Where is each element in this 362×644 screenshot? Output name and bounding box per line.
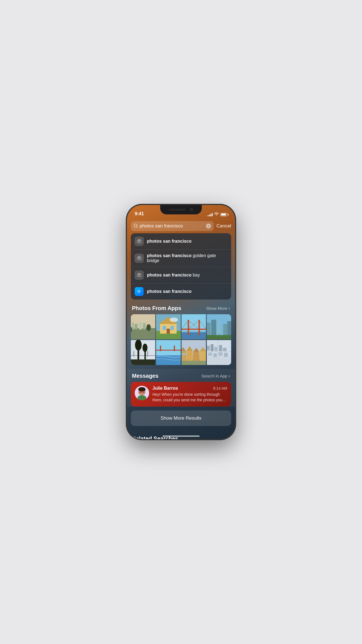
photo-2[interactable] bbox=[156, 314, 180, 339]
message-header: Julie Barros 8:14 AM bbox=[152, 386, 227, 391]
svg-point-56 bbox=[142, 344, 147, 352]
svg-rect-55 bbox=[144, 348, 146, 365]
svg-rect-81 bbox=[214, 347, 218, 351]
suggestion-text-3: photos san francisco bay bbox=[147, 273, 200, 278]
photo-3[interactable] bbox=[182, 314, 206, 339]
svg-rect-65 bbox=[182, 340, 206, 355]
photo-6[interactable] bbox=[156, 340, 180, 365]
show-more-button[interactable]: Show More bbox=[206, 305, 230, 311]
show-more-results-label: Show More Results bbox=[160, 415, 201, 421]
messages-section: Messages Search in App bbox=[127, 369, 235, 407]
svg-rect-44 bbox=[218, 334, 220, 339]
svg-rect-84 bbox=[208, 353, 212, 356]
svg-rect-89 bbox=[217, 340, 218, 365]
svg-marker-74 bbox=[200, 347, 206, 351]
photo-8[interactable] bbox=[207, 340, 231, 365]
svg-rect-32 bbox=[188, 320, 189, 335]
suggestion-item-2[interactable]: photos san francisco golden gate bridge bbox=[131, 250, 231, 267]
svg-line-38 bbox=[199, 320, 206, 329]
svg-line-37 bbox=[188, 320, 199, 329]
svg-marker-24 bbox=[159, 317, 178, 324]
svg-point-9 bbox=[139, 275, 140, 276]
svg-rect-63 bbox=[156, 355, 180, 365]
svg-rect-78 bbox=[207, 340, 231, 365]
photo-1[interactable] bbox=[131, 314, 155, 339]
suggestions-list: photos san francisco photos san francisc… bbox=[131, 233, 231, 300]
svg-rect-90 bbox=[207, 357, 231, 365]
svg-rect-83 bbox=[223, 348, 226, 352]
svg-point-3 bbox=[139, 241, 140, 242]
photos-app-icon-3 bbox=[135, 271, 144, 280]
suggestion-item-1[interactable]: photos san francisco bbox=[131, 233, 231, 250]
svg-marker-72 bbox=[193, 348, 199, 352]
svg-rect-76 bbox=[183, 353, 185, 355]
svg-rect-46 bbox=[227, 321, 231, 339]
svg-rect-62 bbox=[174, 346, 175, 351]
svg-rect-48 bbox=[131, 340, 155, 365]
suggestion-text-4: photos san francisco bbox=[147, 289, 192, 294]
svg-rect-87 bbox=[224, 353, 228, 357]
svg-point-98 bbox=[143, 392, 144, 393]
photo-4[interactable] bbox=[207, 314, 231, 339]
safari-icon bbox=[135, 287, 144, 296]
status-time: 9:41 bbox=[135, 211, 144, 217]
svg-rect-82 bbox=[219, 345, 222, 351]
svg-rect-15 bbox=[132, 323, 134, 329]
svg-marker-70 bbox=[187, 346, 193, 351]
svg-rect-58 bbox=[156, 340, 180, 365]
svg-rect-42 bbox=[211, 320, 216, 339]
svg-rect-69 bbox=[187, 351, 193, 361]
svg-rect-88 bbox=[207, 351, 231, 352]
search-clear-button[interactable]: × bbox=[206, 224, 211, 229]
wifi-icon bbox=[214, 212, 219, 217]
photo-5[interactable] bbox=[131, 340, 155, 365]
message-preview: Hey! When you're done sorting through th… bbox=[152, 392, 227, 403]
svg-rect-86 bbox=[218, 352, 223, 356]
photo-7[interactable] bbox=[182, 340, 206, 365]
search-input[interactable]: photos san francisco bbox=[140, 223, 204, 229]
svg-rect-52 bbox=[147, 351, 148, 357]
svg-rect-85 bbox=[213, 353, 217, 358]
svg-rect-18 bbox=[143, 323, 146, 329]
cancel-button[interactable]: Cancel bbox=[216, 223, 231, 229]
photos-app-icon-2 bbox=[135, 254, 144, 263]
svg-rect-59 bbox=[156, 340, 180, 354]
svg-rect-45 bbox=[223, 324, 229, 339]
svg-rect-30 bbox=[182, 314, 206, 331]
svg-rect-22 bbox=[156, 331, 180, 339]
notch bbox=[160, 205, 202, 214]
svg-rect-80 bbox=[211, 344, 213, 351]
message-card[interactable]: Julie Barros 8:14 AM Hey! When you're do… bbox=[131, 382, 231, 407]
svg-point-99 bbox=[138, 392, 139, 394]
message-content: Julie Barros 8:14 AM Hey! When you're do… bbox=[152, 386, 227, 403]
svg-rect-64 bbox=[182, 340, 206, 365]
suggestion-item-3[interactable]: photos san francisco bay bbox=[131, 267, 231, 283]
search-bar-row: photos san francisco × Cancel bbox=[127, 219, 235, 233]
speaker-grill bbox=[169, 209, 185, 211]
messages-section-header: Messages Search in App bbox=[127, 369, 235, 382]
svg-rect-40 bbox=[207, 314, 231, 339]
svg-rect-16 bbox=[135, 324, 137, 329]
svg-rect-67 bbox=[182, 351, 186, 361]
results-scroll-area[interactable]: Photos From Apps Show More bbox=[127, 301, 235, 439]
avatar bbox=[135, 386, 149, 400]
svg-rect-75 bbox=[182, 353, 183, 355]
svg-rect-49 bbox=[131, 340, 155, 365]
svg-rect-50 bbox=[131, 355, 155, 356]
suggestion-text-1: photos san francisco bbox=[147, 239, 192, 244]
suggestion-item-4[interactable]: photos san francisco bbox=[131, 283, 231, 300]
photos-grid bbox=[131, 314, 231, 365]
svg-rect-33 bbox=[198, 320, 200, 335]
svg-rect-21 bbox=[156, 314, 180, 339]
svg-rect-5 bbox=[138, 256, 140, 257]
home-indicator[interactable] bbox=[162, 435, 200, 437]
battery-icon bbox=[220, 213, 227, 216]
svg-line-35 bbox=[182, 320, 188, 329]
svg-rect-25 bbox=[163, 326, 166, 330]
svg-rect-29 bbox=[182, 314, 206, 339]
show-more-results-button[interactable]: Show More Results bbox=[131, 410, 231, 426]
messages-section-title: Messages bbox=[132, 373, 159, 379]
search-in-app-button[interactable]: Search in App bbox=[202, 373, 230, 379]
svg-point-20 bbox=[146, 324, 151, 331]
search-bar[interactable]: photos san francisco × bbox=[131, 221, 214, 231]
